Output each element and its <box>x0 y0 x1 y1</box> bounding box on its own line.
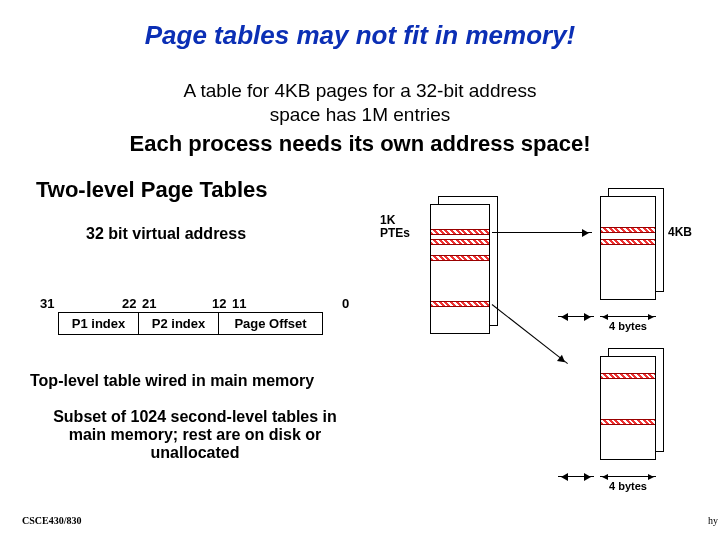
body-text-2: Subset of 1024 second-level tables in ma… <box>30 408 360 462</box>
pte-stripe <box>601 239 655 245</box>
body-text-2-line2: main memory; rest are on disk or <box>69 426 322 443</box>
pte-stripe <box>431 301 489 307</box>
pte-stripe <box>431 255 489 261</box>
dim-span-bot <box>600 476 656 477</box>
subtitle-1-line1: A table for 4KB pages for a 32-bit addre… <box>184 80 537 101</box>
pte-stripe <box>601 227 655 233</box>
address-fields-table: P1 index P2 index Page Offset <box>58 312 323 335</box>
pte-stripe <box>431 229 489 235</box>
footer-left: CSCE430/830 <box>22 515 81 526</box>
pte-stripe <box>601 419 655 425</box>
p1-index-cell: P1 index <box>59 313 139 335</box>
p2-index-cell: P2 index <box>139 313 219 335</box>
subtitle-1: A table for 4KB pages for a 32-bit addre… <box>0 79 720 127</box>
top-level-table <box>430 204 490 334</box>
dim-arrow-left <box>558 316 594 317</box>
page-offset-cell: Page Offset <box>219 313 323 335</box>
bit-22: 22 <box>122 296 136 311</box>
dim-span-top <box>600 316 656 317</box>
body-text-2-line1: Subset of 1024 second-level tables in <box>53 408 337 425</box>
l2-table-bot <box>600 356 656 460</box>
dim-label-4bytes-top: 4 bytes <box>600 320 656 332</box>
bit-21: 21 <box>142 296 156 311</box>
arrow-to-l2-top <box>492 232 592 233</box>
bit-11: 11 <box>232 296 246 311</box>
subtitle-2: Each process needs its own address space… <box>0 131 720 157</box>
body-text-1: Top-level table wired in main memory <box>30 372 314 390</box>
pte-stripe <box>431 239 489 245</box>
slide-title: Page tables may not fit in memory! <box>0 0 720 51</box>
bit-31: 31 <box>40 296 54 311</box>
subtitle-1-line2: space has 1M entries <box>270 104 451 125</box>
bit-0: 0 <box>342 296 349 311</box>
body-text-2-line3: unallocated <box>151 444 240 461</box>
dim-label-4bytes-bot: 4 bytes <box>600 480 656 492</box>
ptes-label: 1K PTEs <box>380 214 410 240</box>
bit-12: 12 <box>212 296 226 311</box>
page-table-diagram: 1K PTEs 4KB 4 bytes 4 bytes <box>380 190 710 520</box>
size-label-4kb: 4KB <box>668 226 692 239</box>
ptes-label-line1: 1K <box>380 213 395 227</box>
pte-stripe <box>601 373 655 379</box>
dim-arrow-left-2 <box>558 476 594 477</box>
footer-right: hy <box>708 515 718 526</box>
l2-table-top <box>600 196 656 300</box>
ptes-label-line2: PTEs <box>380 226 410 240</box>
